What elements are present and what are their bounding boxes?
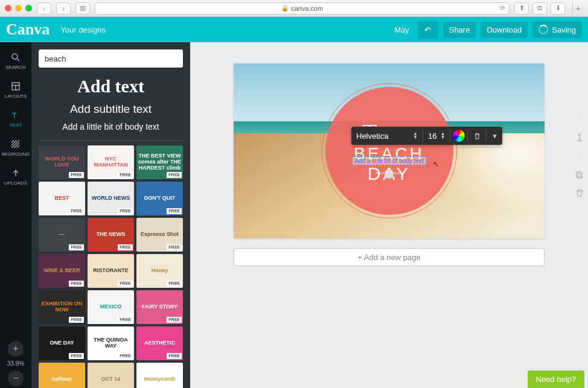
share-button[interactable]: Share [443, 22, 476, 38]
zoom-level: 33.9% [7, 360, 24, 367]
text-template-item[interactable]: MEXICOFREE [88, 290, 134, 324]
zoom-in-button[interactable]: + [8, 341, 24, 357]
font-family-select[interactable]: Helvetica ▲▼ [354, 130, 420, 142]
search-icon [10, 51, 22, 63]
app-header: Canva Your designs May ↶ Share Download … [0, 17, 588, 42]
address-bar[interactable]: 🔒 canva.com ⟳ [95, 2, 510, 14]
rail-uploads[interactable]: UPLOADS [0, 162, 31, 191]
download-button[interactable]: Download [481, 22, 528, 38]
text-template-item[interactable]: THE BEST VIEW comes after THE HARDEST cl… [136, 145, 183, 179]
color-picker-button[interactable] [453, 130, 465, 142]
svg-rect-12 [577, 172, 581, 177]
text-template-item[interactable]: Espresso ShotFREE [136, 218, 183, 252]
free-badge: FREE [118, 244, 133, 250]
text-template-grid[interactable]: WORLD YOU LOVEFREENYC MANHATTANFREETHE B… [39, 145, 183, 388]
search-input[interactable] [39, 49, 183, 68]
undo-button[interactable]: ↶ [418, 21, 438, 39]
refresh-icon[interactable]: ⟳ [500, 4, 505, 12]
cursor-icon: ↖︎ [433, 160, 439, 168]
saving-indicator: Saving [532, 21, 582, 38]
text-template-item[interactable]: THE NEWSFREE [88, 218, 134, 252]
page-down-icon[interactable]: ⋮ [575, 152, 584, 162]
text-template-item[interactable]: HoneyFREE [136, 254, 183, 288]
page-up-icon[interactable]: ⋮ [575, 115, 584, 124]
stepper-icon: ▲▼ [440, 132, 445, 139]
free-badge: FREE [167, 281, 182, 287]
more-options-button[interactable]: ▼ [489, 133, 500, 139]
free-badge: FREE [69, 281, 84, 287]
free-badge: FREE [167, 244, 182, 250]
delete-page-icon[interactable] [575, 188, 584, 198]
svg-point-0 [12, 54, 18, 59]
font-size-value: 16 [428, 132, 436, 141]
lock-icon: 🔒 [281, 5, 289, 11]
text-template-item[interactable]: NYC MANHATTANFREE [88, 145, 134, 179]
window-traffic-lights [5, 5, 32, 11]
rail-text[interactable]: T TEXT [0, 104, 31, 133]
text-template-item[interactable]: RISTORANTEFREE [88, 254, 134, 288]
free-badge: FREE [118, 281, 133, 287]
text-template-item[interactable]: halfwayFREE [39, 363, 85, 388]
close-window-icon[interactable] [5, 5, 11, 11]
text-template-item[interactable]: WORLD YOU LOVEFREE [39, 145, 85, 179]
svg-line-9 [14, 142, 19, 147]
add-subtitle-button[interactable]: Add subtitle text [39, 103, 183, 116]
text-template-item[interactable]: EXHIBITION ON NOWFREE [39, 290, 85, 324]
minimize-window-icon[interactable] [15, 5, 22, 11]
svg-text:T: T [12, 111, 17, 119]
help-button[interactable]: Need help? [528, 371, 585, 388]
text-template-item[interactable]: ONE DAYFREE [39, 326, 85, 360]
text-template-item[interactable]: WINE & BEERFREE [39, 254, 85, 288]
text-template-item[interactable]: FAIRY STORYFREE [136, 290, 183, 324]
text-template-item[interactable]: HoneycombFREE [136, 363, 183, 388]
add-heading-button[interactable]: Add text [39, 76, 183, 97]
sidebar-toggle-icon[interactable]: ▥ [75, 2, 90, 14]
text-template-item[interactable]: THE QUINOA WAYFREE [88, 326, 134, 360]
browser-chrome: ‹ › ▥ 🔒 canva.com ⟳ ⬆︎ ⧉ ⬇︎ + [0, 0, 588, 17]
downloads-icon[interactable]: ⬇︎ [551, 2, 565, 14]
design-canvas[interactable]: Team BEACH 〰︎⚪〰︎ DAY Add a little bit of… [234, 63, 545, 238]
nav-back-button[interactable]: ‹ [37, 2, 51, 14]
rail-search[interactable]: SEARCH [0, 46, 31, 75]
your-designs-link[interactable]: Your designs [60, 25, 106, 34]
stepper-icon: ▲▼ [413, 132, 418, 139]
nav-forward-button[interactable]: › [56, 2, 71, 14]
text-template-item[interactable]: OCT 14FREE [88, 363, 134, 388]
free-badge: FREE [118, 208, 133, 214]
svg-line-7 [11, 140, 16, 145]
svg-rect-11 [578, 173, 582, 179]
font-size-select[interactable]: 16 ▲▼ [426, 132, 447, 141]
text-template-item[interactable]: WORLD NEWSFREE [88, 182, 134, 215]
address-url: canva.com [291, 5, 323, 12]
add-page-button[interactable]: + Add a new page [234, 248, 545, 266]
add-body-text-button[interactable]: Add a little bit of body text [39, 122, 183, 132]
free-badge: FREE [167, 172, 182, 178]
free-badge: FREE [118, 353, 133, 359]
canvas-decor-icon: 〰︎⚪〰︎ [375, 169, 403, 179]
copy-page-icon[interactable] [575, 170, 584, 180]
page-number: 1 [577, 133, 583, 144]
delete-button[interactable] [470, 132, 484, 140]
user-name[interactable]: May [391, 25, 413, 34]
canva-logo[interactable]: Canva [6, 21, 50, 39]
zoom-out-button[interactable]: − [8, 371, 24, 386]
page-rail: ⋮ 1 ⋮ [575, 115, 584, 198]
new-tab-button[interactable]: + [572, 3, 583, 14]
text-template-item[interactable]: —FREE [39, 218, 85, 252]
free-badge: FREE [69, 208, 84, 214]
rail-background[interactable]: BKGROUND [0, 133, 31, 162]
maximize-window-icon[interactable] [25, 5, 32, 11]
free-badge: FREE [167, 317, 182, 323]
spinner-icon [538, 25, 548, 34]
text-icon: T [10, 109, 22, 121]
text-template-item[interactable]: AESTHETICFREE [136, 326, 183, 360]
text-template-item[interactable]: DON'T QUITFREE [136, 182, 183, 215]
free-badge: FREE [167, 353, 182, 359]
canvas-body-textbox[interactable]: Add a little bit of body text [351, 156, 427, 165]
share-sheet-icon[interactable]: ⬆︎ [514, 2, 529, 14]
text-template-item[interactable]: BESTFREE [39, 182, 85, 215]
rail-layouts[interactable]: LAYOUTS [0, 75, 31, 104]
font-family-value: Helvetica [356, 132, 388, 141]
tabs-icon[interactable]: ⧉ [532, 2, 547, 14]
canvas-circle-element[interactable]: Team BEACH 〰︎⚪〰︎ DAY [325, 87, 453, 215]
